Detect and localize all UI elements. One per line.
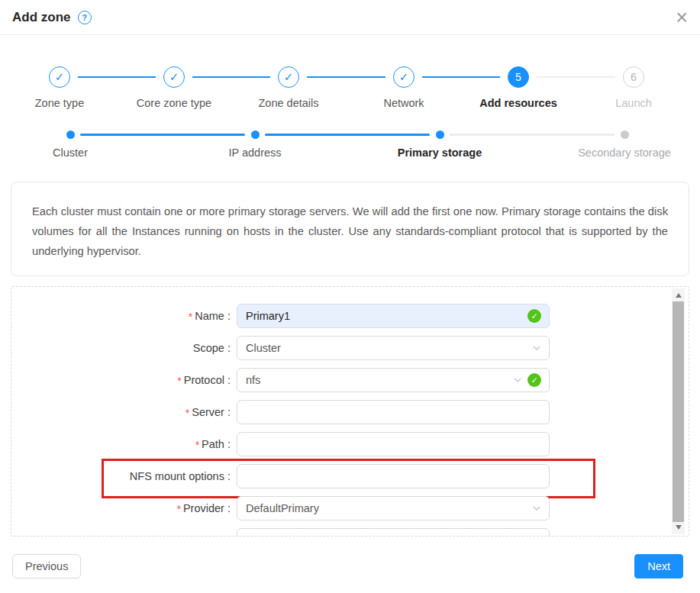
step-label: Zone details: [227, 97, 350, 109]
form-row-scope: *Scope : Cluster ✓: [11, 336, 689, 360]
scrollbar-thumb[interactable]: [673, 301, 684, 522]
step-label: Network: [343, 97, 465, 109]
step-zone-details: ✓ Zone details: [227, 66, 350, 109]
previous-button[interactable]: Previous: [12, 554, 81, 578]
form-scrollbar[interactable]: [672, 288, 685, 534]
step-label: Zone type: [0, 97, 121, 109]
name-input[interactable]: Primary1 ✓: [237, 304, 550, 328]
primary-storage-info-text: Each cluster must contain one or more pr…: [11, 182, 689, 276]
step-check-icon: ✓: [393, 66, 415, 88]
required-asterisk: *: [195, 439, 199, 451]
nfs-mount-options-input[interactable]: ✓: [237, 464, 550, 488]
step-check-icon: ✓: [49, 66, 70, 88]
substep-connector: [80, 134, 245, 136]
step-check-icon: ✓: [163, 66, 185, 88]
wizard-stepper: ✓ Zone type ✓ Core zone type ✓ Zone deta…: [0, 64, 700, 119]
chevron-down-icon: [532, 504, 541, 513]
step-label: Add resources: [457, 97, 579, 109]
substep-label: Secondary storage: [540, 147, 700, 159]
substep-dot: [66, 131, 75, 139]
dialog-header: Add zone ? ×: [0, 0, 700, 35]
protocol-label: *Protocol :: [11, 374, 231, 387]
step-label: Core zone type: [113, 97, 235, 109]
scope-label: *Scope :: [11, 342, 231, 354]
substep-connector: [265, 134, 430, 136]
step-launch: ✓6 Launch: [573, 66, 695, 109]
step-connector: [422, 76, 500, 78]
scope-select[interactable]: Cluster ✓: [237, 336, 550, 360]
substep-connector: [450, 134, 615, 136]
chevron-down-icon: [513, 375, 522, 385]
dialog-title: Add zone: [12, 10, 71, 25]
step-number-badge: ✓6: [623, 66, 644, 88]
valid-check-icon: ✓: [527, 373, 541, 387]
chevron-down-icon: [532, 343, 541, 353]
step-check-icon: ✓: [278, 66, 299, 88]
primary-storage-form: *Name : Primary1 ✓ *Scope : Cluster ✓ *P…: [11, 286, 689, 537]
step-add-resources: ✓5 Add resources: [457, 66, 579, 109]
required-asterisk: *: [177, 375, 181, 387]
provider-select[interactable]: DefaultPrimary ✓: [237, 496, 550, 520]
scrollbar-up-arrow[interactable]: [672, 290, 685, 301]
substep-label: IP address: [171, 147, 339, 159]
server-input[interactable]: ✓: [237, 400, 550, 424]
storage-tags-label: *Storage tags :: [11, 534, 231, 537]
name-label: *Name :: [11, 310, 231, 323]
path-input[interactable]: ✓: [237, 432, 550, 456]
form-row-name: *Name : Primary1 ✓: [11, 304, 689, 328]
step-label: Launch: [573, 97, 695, 109]
scrollbar-down-arrow[interactable]: [672, 522, 685, 533]
required-asterisk: *: [185, 407, 189, 419]
step-connector: [78, 76, 156, 78]
help-question-icon[interactable]: ?: [78, 11, 92, 24]
valid-check-icon: ✓: [527, 309, 541, 323]
step-number-badge: ✓5: [508, 66, 529, 88]
storage-tags-input[interactable]: [237, 528, 550, 537]
form-row-provider: *Provider : DefaultPrimary ✓: [11, 496, 689, 520]
form-row-nfs-mount-options: *NFS mount options : ✓: [11, 464, 689, 488]
form-row-protocol: *Protocol : nfs ✓: [11, 368, 689, 392]
step-core-zone-type: ✓ Core zone type: [113, 66, 235, 109]
protocol-select[interactable]: nfs ✓: [237, 368, 550, 392]
required-asterisk: *: [189, 311, 192, 323]
substep-label: Cluster: [0, 147, 154, 159]
step-connector: [192, 76, 270, 78]
substep-label: Primary storage: [356, 147, 524, 159]
substep-dot: [436, 131, 444, 139]
step-zone-type: ✓ Zone type: [0, 66, 121, 109]
form-row-server: *Server : ✓: [11, 400, 689, 424]
required-asterisk: *: [176, 503, 180, 515]
server-label: *Server :: [11, 406, 231, 419]
nfs-mount-options-label: *NFS mount options :: [11, 470, 231, 482]
next-button[interactable]: Next: [634, 554, 683, 578]
form-row-path: *Path : ✓: [11, 432, 689, 456]
provider-label: *Provider :: [11, 502, 231, 515]
path-label: *Path :: [11, 438, 231, 451]
resource-substepper: Cluster IP address Primary storage Secon…: [0, 127, 700, 166]
form-row-storage-tags: *Storage tags :: [11, 528, 689, 537]
substep-dot: [621, 131, 629, 139]
step-connector: [307, 76, 385, 78]
substep-dot: [251, 131, 260, 139]
step-connector: [537, 76, 615, 78]
step-network: ✓ Network: [343, 66, 465, 109]
close-icon[interactable]: ×: [676, 3, 688, 32]
